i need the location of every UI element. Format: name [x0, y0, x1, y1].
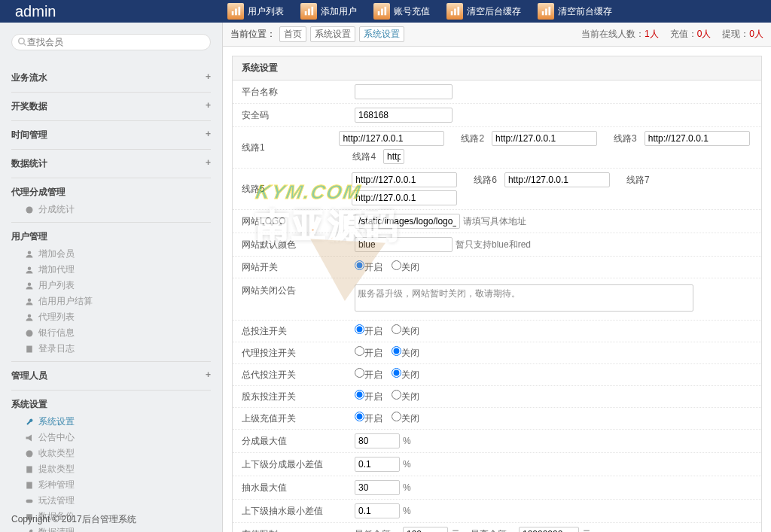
label-safe-code: 安全码	[242, 109, 355, 122]
crumb-home[interactable]: 首页	[279, 26, 306, 42]
hint-color: 暂只支持blue和red	[456, 239, 531, 250]
radio-generalbet-off[interactable]	[392, 368, 401, 378]
crumb-current[interactable]: 系统设置	[359, 26, 404, 42]
sidebar-announcement[interactable]: 公告中心	[25, 430, 211, 445]
svg-rect-3	[305, 11, 307, 15]
label-line7: 线路7	[626, 174, 650, 187]
radio-agentbet-on[interactable]	[355, 346, 364, 356]
chart-icon	[446, 3, 463, 20]
input-water-diff[interactable]	[355, 503, 400, 518]
topnav-clear-backend[interactable]: 清空后台缓存	[442, 2, 526, 21]
svg-rect-7	[381, 9, 383, 16]
input-line6[interactable]	[504, 172, 610, 187]
label-recharge-limit: 充值限制	[242, 528, 355, 533]
input-split-max[interactable]	[355, 433, 400, 448]
settings-panel: 系统设置 平台名称 安全码 线路1 线路2 线路3 线路4 线路5 线路6 线路…	[232, 56, 762, 532]
input-safe-code[interactable]	[355, 108, 453, 123]
menu-system-group[interactable]: 系统设置	[11, 395, 211, 414]
main-content: 当前位置： 首页 系统设置 系统设置 当前在线人数：1人 充值：0人 提现：0人…	[223, 23, 771, 532]
input-split-diff[interactable]	[355, 457, 400, 472]
radio-totalbet-off[interactable]	[392, 324, 401, 334]
label-superior-recharge: 上级充值开关	[242, 412, 355, 425]
crumb-system[interactable]: 系统设置	[310, 26, 355, 42]
input-line1[interactable]	[339, 131, 444, 146]
label-default-color: 网站默认颜色	[242, 239, 355, 251]
svg-rect-4	[308, 9, 310, 16]
sidebar-user-list[interactable]: 用户列表	[25, 278, 211, 293]
radio-site-off[interactable]	[392, 260, 401, 270]
input-logo[interactable]	[355, 214, 460, 229]
doc-icon	[25, 465, 34, 474]
sidebar-agent-list[interactable]: 代理列表	[25, 309, 211, 325]
topnav-recharge[interactable]: 账号充值	[369, 2, 434, 21]
input-line2[interactable]	[492, 131, 597, 146]
topnav-adduser[interactable]: 添加用户	[296, 2, 361, 21]
sidebar-credit-settle[interactable]: 信用用户结算	[25, 293, 211, 309]
radio-generalbet-on[interactable]	[355, 368, 364, 378]
topnav-users[interactable]: 用户列表	[223, 2, 288, 21]
svg-rect-11	[458, 7, 460, 15]
textarea-close-notice[interactable]	[355, 284, 693, 312]
radio-site-on[interactable]	[355, 260, 364, 270]
label-water-diff: 上下级抽水最小差值	[242, 505, 355, 518]
brand-title: admin	[0, 3, 223, 20]
user-icon	[25, 281, 34, 290]
label-platform-name: 平台名称	[242, 86, 355, 99]
menu-agent-group[interactable]: 代理分成管理	[11, 183, 211, 202]
label-split-diff: 上下级分成最小差值	[242, 458, 355, 471]
chart-icon	[300, 3, 317, 20]
menu-user-group[interactable]: 用户管理	[11, 227, 211, 246]
doc-icon	[25, 481, 34, 490]
menu-time[interactable]: 时间管理+	[11, 126, 211, 144]
svg-rect-6	[378, 11, 380, 15]
crumb-label: 当前位置：	[230, 28, 276, 41]
sidebar-bank-info[interactable]: 银行信息	[25, 325, 211, 341]
money-icon	[25, 449, 34, 458]
pie-icon	[25, 205, 34, 214]
expand-icon: +	[206, 129, 211, 141]
radio-sharebet-off[interactable]	[392, 390, 401, 400]
svg-point-20	[28, 282, 32, 286]
radio-sharebet-on[interactable]	[355, 390, 364, 400]
svg-line-16	[24, 44, 26, 46]
sidebar-add-member[interactable]: 增加会员	[25, 246, 211, 262]
input-recharge-low[interactable]	[403, 527, 448, 532]
input-recharge-high[interactable]	[519, 527, 579, 532]
topnav-clear-frontend[interactable]: 清空前台缓存	[533, 2, 617, 21]
input-water-max[interactable]	[355, 480, 400, 495]
sidebar-lottery-mgmt[interactable]: 彩种管理	[25, 477, 211, 493]
radio-suprecharge-off[interactable]	[392, 412, 401, 421]
input-line3[interactable]	[645, 131, 750, 146]
expand-icon: +	[206, 100, 211, 113]
sidebar-receipt-type[interactable]: 收款类型	[25, 445, 211, 461]
svg-point-15	[19, 38, 25, 44]
menu-admin-group[interactable]: 管理人员+	[11, 366, 211, 385]
radio-totalbet-on[interactable]	[355, 324, 364, 334]
sidebar-add-agent[interactable]: 增加代理	[25, 262, 211, 278]
search-input[interactable]	[27, 37, 204, 47]
user-icon	[25, 313, 34, 322]
input-platform-name[interactable]	[355, 84, 453, 99]
sidebar-withdraw-type[interactable]: 提款类型	[25, 461, 211, 477]
label-site-switch: 网站开关	[242, 261, 355, 274]
svg-rect-26	[26, 466, 32, 473]
input-line5[interactable]	[352, 172, 457, 187]
copyright: Copyright © 2017后台管理系统	[11, 513, 136, 526]
input-default-color[interactable]	[355, 237, 453, 252]
menu-stats[interactable]: 数据统计+	[11, 154, 211, 173]
menu-lottery[interactable]: 开奖数据+	[11, 97, 211, 116]
input-line4[interactable]	[383, 149, 404, 164]
radio-suprecharge-on[interactable]	[355, 412, 364, 421]
sidebar-system-settings[interactable]: 系统设置	[25, 414, 211, 430]
radio-agentbet-off[interactable]	[392, 346, 401, 356]
svg-rect-5	[312, 7, 314, 15]
search-box[interactable]	[11, 34, 211, 50]
input-line7[interactable]	[352, 190, 457, 205]
user-icon	[25, 250, 34, 259]
sidebar-login-log[interactable]: 登录日志	[25, 341, 211, 357]
svg-rect-13	[545, 9, 547, 16]
sidebar-agent-stats[interactable]: 分成统计	[25, 202, 211, 217]
menu-biz[interactable]: 业务流水+	[11, 68, 211, 87]
sidebar-play-mgmt[interactable]: 玩法管理	[25, 493, 211, 509]
svg-rect-0	[232, 11, 234, 15]
